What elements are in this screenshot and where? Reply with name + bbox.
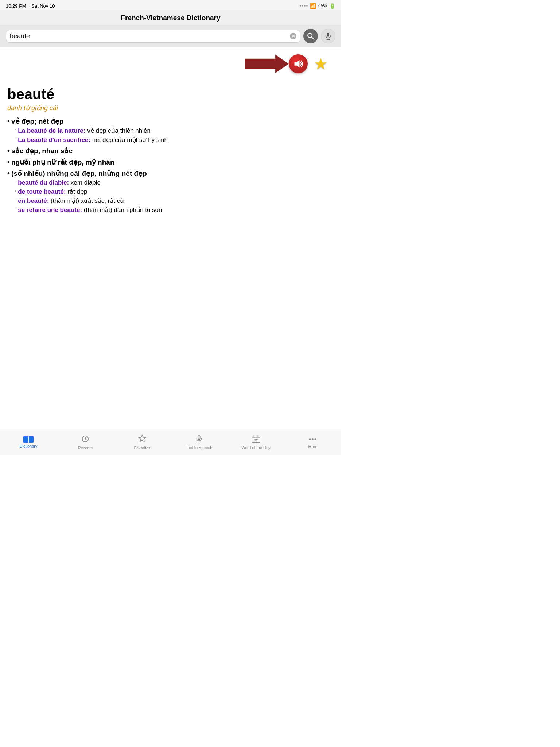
battery-icon: 🔋: [329, 3, 335, 9]
example-item: ◦ se refaire une beauté: (thân mật) đánh…: [15, 206, 334, 214]
status-time-date: 10:29 PM Sat Nov 10: [6, 3, 55, 9]
example-item: ◦ La beauté de la nature: vẻ đẹp của thi…: [15, 127, 334, 135]
dictionary-icon: [23, 436, 34, 443]
microphone-icon: [324, 32, 332, 40]
example-text: La beauté d'un sacrifice: nét đẹp của mộ…: [18, 136, 168, 144]
tab-dictionary[interactable]: Dictionary: [0, 436, 57, 448]
app-title: French-Vietnamese Dictionary: [121, 14, 220, 22]
sub-bullet: ◦: [15, 197, 16, 203]
sub-bullet: ◦: [15, 136, 16, 142]
search-button[interactable]: [303, 29, 318, 43]
date: Sat Nov 10: [31, 3, 55, 9]
tab-wotd-label: Word of the Day: [241, 445, 270, 450]
tab-more[interactable]: ••• More: [284, 436, 341, 449]
speak-button[interactable]: [289, 54, 308, 73]
example-item: ◦ La beauté d'un sacrifice: nét đẹp của …: [15, 136, 334, 144]
star-icon: ★: [314, 55, 328, 73]
annotation-area: ★: [0, 47, 341, 80]
definition-text: (số nhiều) những cái đẹp, những nét đẹp: [11, 169, 147, 178]
examples: ◦ beauté du diable: xem diable ◦ de tout…: [15, 179, 334, 214]
bullet-icon: •: [7, 158, 10, 166]
action-buttons: ★: [289, 54, 330, 73]
list-item: • (số nhiều) những cái đẹp, những nét đẹ…: [7, 169, 334, 214]
sub-bullet: ◦: [15, 188, 16, 194]
list-item: • sắc đẹp, nhan sắc: [7, 147, 334, 155]
bullet-icon: •: [7, 147, 10, 155]
status-right: 📶 65% 🔋: [300, 3, 335, 9]
example-item: ◦ de toute beauté: rất đẹp: [15, 188, 334, 196]
definition-text: sắc đẹp, nhan sắc: [11, 147, 73, 155]
svg-marker-5: [245, 55, 289, 73]
svg-line-1: [312, 37, 314, 39]
sub-bullet: ◦: [15, 179, 16, 185]
svg-rect-2: [327, 33, 329, 37]
tab-bar: Dictionary Recents Favorites Tex: [0, 429, 341, 455]
example-text: beauté du diable: xem diable: [18, 179, 101, 186]
sub-bullet: ◦: [15, 127, 16, 133]
example-text: en beauté: (thân mật) xuất sắc, rất cừ: [18, 197, 124, 205]
favorite-button[interactable]: ★: [311, 54, 330, 73]
annotation-arrow: [245, 53, 289, 75]
list-item: • vẻ đẹp; nét đẹp ◦ La beauté de la natu…: [7, 117, 334, 144]
app-header: French-Vietnamese Dictionary: [0, 10, 341, 25]
search-bar: ✕: [0, 25, 341, 47]
bullet-icon: •: [7, 117, 10, 125]
tab-recents-label: Recents: [78, 446, 93, 450]
tab-dictionary-label: Dictionary: [20, 444, 38, 448]
clear-button[interactable]: ✕: [290, 33, 296, 39]
tts-icon: [195, 435, 203, 444]
definition-main: • sắc đẹp, nhan sắc: [7, 147, 334, 155]
examples: ◦ La beauté de la nature: vẻ đẹp của thi…: [15, 127, 334, 144]
word-pos: danh từ giống cái: [7, 104, 334, 112]
speaker-icon: [293, 59, 303, 69]
tab-tts[interactable]: Text to Speech: [171, 435, 228, 450]
word-title: beauté: [7, 86, 334, 102]
tab-favorites-label: Favorites: [134, 446, 150, 450]
microphone-button[interactable]: [321, 29, 335, 43]
list-item: • người phụ nữ rất đẹp, mỹ nhân: [7, 158, 334, 166]
recents-icon: [81, 435, 89, 445]
example-text: de toute beauté: rất đẹp: [18, 188, 87, 196]
search-input[interactable]: [10, 32, 290, 40]
example-item: ◦ en beauté: (thân mật) xuất sắc, rất cừ: [15, 197, 334, 205]
wotd-icon: 27: [252, 435, 260, 444]
definition-main: • vẻ đẹp; nét đẹp: [7, 117, 334, 125]
tab-more-label: More: [308, 445, 317, 449]
tab-wotd[interactable]: 27 Word of the Day: [228, 435, 284, 450]
search-input-wrapper: ✕: [6, 30, 300, 43]
more-icon: •••: [309, 436, 317, 444]
content-area: beauté danh từ giống cái • vẻ đẹp; nét đ…: [0, 80, 341, 423]
battery-text: 65%: [318, 3, 327, 8]
svg-text:27: 27: [254, 439, 258, 442]
definition-list: • vẻ đẹp; nét đẹp ◦ La beauté de la natu…: [7, 117, 334, 214]
example-text: se refaire une beauté: (thân mật) đánh p…: [18, 206, 162, 214]
bullet-icon: •: [7, 169, 10, 178]
tab-favorites[interactable]: Favorites: [114, 434, 171, 450]
svg-rect-9: [198, 436, 200, 440]
example-text: La beauté de la nature: vẻ đẹp của thiên…: [18, 127, 151, 135]
definition-text: người phụ nữ rất đẹp, mỹ nhân: [11, 158, 114, 166]
definition-main: • (số nhiều) những cái đẹp, những nét đẹ…: [7, 169, 334, 178]
tab-tts-label: Text to Speech: [186, 445, 213, 450]
signal-icon: [300, 5, 308, 7]
wifi-icon: 📶: [310, 3, 316, 9]
example-item: ◦ beauté du diable: xem diable: [15, 179, 334, 186]
favorites-icon: [138, 434, 146, 445]
status-bar: 10:29 PM Sat Nov 10 📶 65% 🔋: [0, 0, 341, 10]
tab-recents[interactable]: Recents: [57, 435, 114, 450]
time: 10:29 PM: [6, 3, 26, 9]
definition-text: vẻ đẹp; nét đẹp: [11, 117, 64, 125]
sub-bullet: ◦: [15, 206, 16, 212]
definition-main: • người phụ nữ rất đẹp, mỹ nhân: [7, 158, 334, 166]
svg-marker-8: [139, 435, 145, 441]
svg-marker-6: [295, 60, 300, 68]
search-icon: [307, 32, 315, 40]
